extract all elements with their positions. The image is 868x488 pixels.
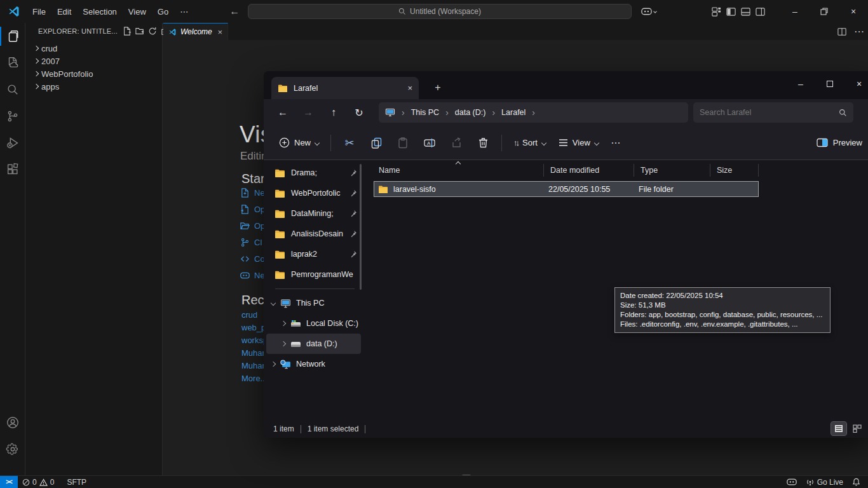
customize-layout-icon[interactable]: [712, 7, 721, 17]
up-button[interactable]: ↑: [323, 102, 344, 123]
sidebar-item-webportofolio[interactable]: WebPortofolio: [25, 67, 162, 80]
start-new-file[interactable]: Ne: [240, 188, 265, 198]
search-view-icon[interactable]: [0, 76, 25, 103]
share-icon: [451, 137, 462, 148]
sidebar-item-crud[interactable]: crud: [25, 42, 162, 55]
nav-scrollbar[interactable]: [360, 164, 362, 290]
new-button[interactable]: New: [273, 132, 325, 154]
rename-button[interactable]: A: [416, 132, 443, 154]
breadcrumb-data-d[interactable]: data (D:): [455, 108, 486, 117]
toggle-primary-sidebar-icon[interactable]: [726, 7, 736, 17]
history-back-icon[interactable]: ←: [229, 6, 240, 17]
toggle-secondary-sidebar-icon[interactable]: [756, 7, 765, 17]
column-date-modified[interactable]: Date modified: [544, 164, 634, 177]
sidebar-item-apps[interactable]: apps: [25, 80, 162, 93]
pinned-folder-laprak2[interactable]: laprak2: [264, 244, 363, 264]
editor-more-actions-icon[interactable]: ⋯: [854, 25, 864, 37]
file-row-laravel-sisfo[interactable]: laravel-sisfo 22/05/2025 10:55 File fold…: [374, 181, 759, 197]
extensions-view-icon[interactable]: [0, 156, 25, 183]
breadcrumb[interactable]: › This PC › data (D:) › Larafel ›: [379, 102, 688, 123]
pinned-folder-analisisdesain[interactable]: AnalisisDesain: [264, 224, 363, 244]
accounts-icon[interactable]: [0, 409, 25, 436]
new-folder-icon[interactable]: [135, 27, 144, 36]
explorer-status-bar: 1 item 1 item selected: [264, 420, 868, 438]
toolbar-more-button[interactable]: ⋯: [605, 132, 627, 154]
tab-welcome[interactable]: Welcome ×: [163, 23, 228, 40]
explorer-search-box[interactable]: [693, 102, 853, 123]
explorer-tab-close-icon[interactable]: ×: [407, 83, 412, 93]
split-editor-icon[interactable]: [837, 27, 846, 36]
run-debug-view-icon[interactable]: [0, 130, 25, 156]
column-name[interactable]: Name: [372, 164, 544, 177]
refresh-button[interactable]: ↻: [348, 102, 370, 123]
details-view-button[interactable]: [831, 422, 846, 435]
sort-button[interactable]: ↑↓ Sort: [507, 132, 552, 154]
back-button[interactable]: ←: [272, 102, 294, 123]
toggle-panel-icon[interactable]: [741, 7, 750, 17]
column-size[interactable]: Size: [710, 164, 759, 177]
start-clone-repo[interactable]: Cl: [240, 238, 262, 247]
vscode-close-button[interactable]: ×: [839, 0, 868, 23]
menu-view[interactable]: View: [123, 0, 152, 23]
explorer-tab-larafel[interactable]: Larafel ×: [271, 77, 419, 99]
go-live-status[interactable]: Go Live: [801, 478, 848, 487]
breadcrumb-separator: ›: [442, 107, 452, 118]
explorer-tab-title: Larafel: [294, 84, 402, 93]
copy-button[interactable]: [363, 132, 390, 154]
pinned-folder-datamining[interactable]: DataMining;: [264, 203, 363, 224]
notifications-bell[interactable]: [848, 478, 868, 486]
problems-status[interactable]: 0 0: [18, 476, 58, 488]
recent-item[interactable]: crud: [241, 310, 257, 320]
column-type[interactable]: Type: [634, 164, 710, 177]
remote-indicator[interactable]: ><: [0, 476, 18, 488]
settings-gear-icon[interactable]: [0, 436, 25, 463]
cut-button[interactable]: ✂: [336, 132, 363, 154]
column-label: Size: [717, 166, 732, 175]
paste-button[interactable]: [390, 132, 416, 154]
large-icons-view-button[interactable]: [850, 422, 865, 435]
breadcrumb-larafel[interactable]: Larafel: [501, 108, 526, 117]
start-open-file[interactable]: Op: [240, 205, 265, 214]
preview-button[interactable]: Preview: [817, 138, 865, 147]
view-button[interactable]: View: [552, 132, 605, 154]
pinned-folder-webportofolio[interactable]: WebPortofolic: [264, 183, 363, 203]
tree-network[interactable]: Network: [264, 354, 363, 374]
source-control-view-icon[interactable]: [0, 103, 25, 130]
start-open-folder[interactable]: Op: [240, 221, 265, 231]
refresh-icon[interactable]: [148, 27, 157, 36]
breadcrumb-this-pc[interactable]: This PC: [411, 108, 439, 117]
tree-this-pc[interactable]: This PC: [264, 293, 363, 313]
menu-file[interactable]: File: [27, 0, 51, 23]
remote-icon: [240, 254, 250, 264]
vscode-restore-button[interactable]: [810, 0, 839, 23]
menu-more[interactable]: ⋯: [174, 0, 194, 23]
copilot-status[interactable]: [782, 478, 801, 486]
explorer-close-button[interactable]: ×: [844, 71, 868, 97]
remote-files-view-icon[interactable]: [0, 50, 25, 76]
vscode-status-bar: >< 0 0 SFTP Go Live: [0, 475, 868, 488]
forward-button[interactable]: →: [297, 102, 319, 123]
sftp-status[interactable]: SFTP: [62, 476, 91, 488]
explorer-search-input[interactable]: [700, 108, 839, 117]
share-button[interactable]: [443, 132, 470, 154]
new-file-icon[interactable]: [123, 27, 132, 36]
copilot-icon[interactable]: [639, 0, 658, 23]
explorer-new-tab-button[interactable]: +: [430, 80, 445, 95]
command-center-search[interactable]: Untitled (Workspace): [248, 4, 632, 19]
start-connect-to[interactable]: Co: [240, 254, 265, 264]
pinned-folder-drama[interactable]: Drama;: [264, 163, 363, 183]
tab-close-icon[interactable]: ×: [217, 27, 222, 37]
explorer-view-icon[interactable]: [0, 23, 25, 50]
vscode-minimize-button[interactable]: –: [780, 0, 810, 23]
sidebar-item-2007[interactable]: 2007: [25, 55, 162, 67]
explorer-minimize-button[interactable]: –: [786, 71, 815, 97]
start-new-copilot-chat[interactable]: Ne: [240, 271, 265, 280]
menu-edit[interactable]: Edit: [51, 0, 77, 23]
pinned-folder-pemrogramanweb[interactable]: PemrogramanWe: [264, 264, 363, 285]
tree-data-d[interactable]: data (D:): [266, 334, 361, 354]
menu-selection[interactable]: Selection: [77, 0, 122, 23]
menu-go[interactable]: Go: [152, 0, 174, 23]
explorer-maximize-button[interactable]: [815, 71, 844, 97]
tree-local-disk-c[interactable]: Local Disk (C:): [264, 313, 363, 334]
delete-button[interactable]: [470, 132, 496, 154]
